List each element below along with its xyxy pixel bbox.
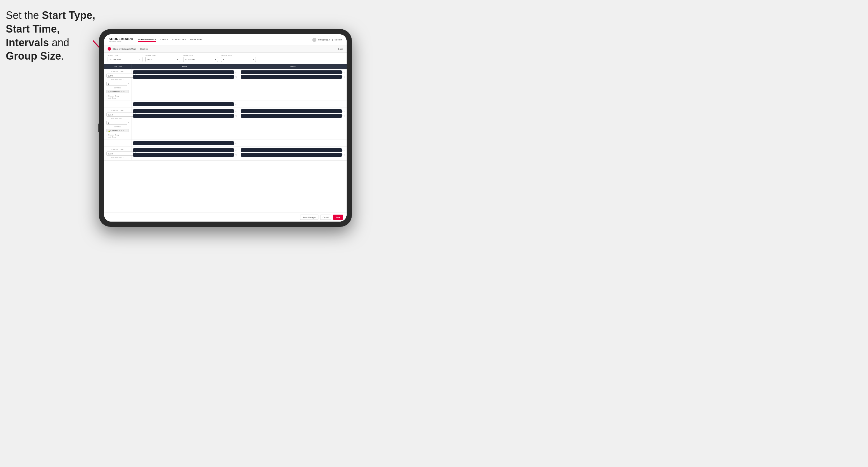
player-btns-2a-2: × ○	[235, 115, 237, 117]
logo-text: SCOREBOARD	[109, 37, 133, 41]
player-x-2a-1[interactable]: ×	[235, 110, 236, 112]
start-type-label: Start Type	[107, 54, 143, 56]
nav-tournaments[interactable]: TOURNAMENTS	[138, 37, 156, 42]
player-o-3b-1[interactable]: ○	[344, 149, 345, 151]
logo-sub: Powered by clipp.io	[109, 41, 133, 42]
add-group-btn-1[interactable]: Add Group	[106, 97, 129, 99]
user-email: blair@clipp.io	[318, 39, 330, 41]
player-x-3a-2[interactable]: ×	[235, 154, 236, 156]
player-o-2a-2[interactable]: ○	[236, 115, 237, 117]
starting-hole-label-2: STARTING HOLE:	[106, 118, 129, 120]
starting-hole-select-1[interactable]: 1	[106, 82, 127, 86]
player-o-2b-2[interactable]: ○	[344, 115, 345, 117]
player-edit-icon-1-1[interactable]: ○	[236, 71, 237, 73]
player-input-2a-2[interactable]	[133, 114, 234, 118]
starting-hole-row-2: 1 ▾	[106, 121, 129, 125]
remove-group-btn-2[interactable]: Remove Group	[106, 134, 129, 136]
player-o-3a-2[interactable]: ○	[236, 154, 237, 156]
instruction-line3-normal: and	[49, 37, 69, 49]
player-input-2-2[interactable]	[241, 75, 342, 79]
tournament-name[interactable]: Clipp Invitational (Mar)	[113, 48, 136, 50]
player-input-1-2[interactable]	[133, 75, 234, 79]
player-input-3b-1[interactable]	[241, 148, 342, 152]
sign-out-link[interactable]: Sign out	[334, 39, 342, 41]
team2-empty-col-2	[239, 140, 347, 147]
player-x-icon-2-2[interactable]: ×	[342, 76, 343, 78]
start-type-select[interactable]: 1st Tee Start Shotgun Start	[107, 57, 143, 62]
starting-time-input-1[interactable]	[106, 73, 134, 77]
nav-separator: |	[332, 39, 333, 41]
tablet-device: SCOREBOARD Powered by clipp.io TOURNAMEN…	[99, 29, 352, 227]
player-o-2a-1[interactable]: ○	[236, 110, 237, 112]
player-row-extra-2: × ○	[133, 141, 237, 145]
cancel-button[interactable]: Cancel	[320, 215, 331, 220]
player-x-2b-1[interactable]: ×	[342, 110, 343, 112]
player-edit-icon-1-2[interactable]: ○	[236, 76, 237, 78]
course-edit-icon-2[interactable]: ✎	[123, 129, 124, 132]
player-input-2b-2[interactable]	[241, 114, 342, 118]
tee-actions-2: Remove Group Add Group	[106, 134, 129, 138]
player-o-extra-2[interactable]: ○	[236, 142, 237, 144]
back-button[interactable]: Back	[336, 48, 343, 50]
player-x-icon-extra[interactable]: ×	[235, 103, 236, 105]
instruction-line1-normal: Set the	[6, 9, 42, 21]
course-tag-x-2[interactable]: ×	[121, 130, 122, 132]
player-x-icon-2-1[interactable]: ×	[342, 71, 343, 73]
player-input-2b-1[interactable]	[241, 109, 342, 113]
reset-changes-button[interactable]: Reset Changes	[300, 215, 318, 220]
starting-time-input-row-2: 🕐	[106, 113, 129, 117]
player-x-extra-2[interactable]: ×	[235, 142, 236, 144]
intervals-group: Intervals 5 Minutes 10 Minutes 15 Minute…	[183, 54, 218, 62]
team1-extra-col-2: × ○	[131, 140, 239, 147]
nav-rankings[interactable]: RANKINGS	[190, 37, 203, 42]
player-input-extra[interactable]	[133, 102, 234, 106]
player-edit-icon-2-1[interactable]: ○	[344, 71, 345, 73]
save-button[interactable]: Save	[333, 215, 343, 220]
add-group-btn-2[interactable]: Add Group	[106, 136, 129, 138]
starting-hole-select-2[interactable]: 1	[106, 121, 127, 125]
player-o-2b-1[interactable]: ○	[344, 110, 345, 112]
start-time-label: Start Time	[145, 54, 180, 56]
course-edit-icon-1[interactable]: ✎	[123, 90, 125, 93]
player-x-3b-1[interactable]: ×	[342, 149, 343, 151]
player-o-3b-2[interactable]: ○	[344, 154, 345, 156]
player-x-icon-1-2[interactable]: ×	[235, 76, 236, 78]
nav-teams[interactable]: TEAMS	[160, 37, 168, 42]
starting-hole-label-3: STARTING HOLE:	[106, 157, 129, 158]
th-tee-time: Tee Time	[104, 64, 131, 69]
course-tag-x-1[interactable]: ×	[121, 91, 122, 93]
player-input-3b-2[interactable]	[241, 153, 342, 157]
player-x-2b-2[interactable]: ×	[342, 115, 343, 117]
player-x-icon-1-1[interactable]: ×	[235, 71, 236, 73]
player-input-2-1[interactable]	[241, 70, 342, 74]
player-x-3b-2[interactable]: ×	[342, 154, 343, 156]
player-edit-icon-2-2[interactable]: ○	[344, 76, 345, 78]
table-row-2-extra: × ○	[104, 140, 347, 147]
table-scroll-area[interactable]: STARTING TIME: 🕐 STARTING HOLE: 1 ▾ COUR…	[104, 69, 347, 213]
instruction-text: Set the Start Type, Start Time, Interval…	[6, 9, 96, 63]
starting-time-input-3[interactable]	[106, 152, 134, 156]
nav-committee[interactable]: COMMITTEE	[172, 37, 186, 42]
remove-group-btn-1[interactable]: Remove Group	[106, 95, 129, 97]
player-x-3a-1[interactable]: ×	[235, 149, 236, 151]
team2-col-1: × ○ × ○	[239, 69, 347, 101]
player-input-extra-2[interactable]	[133, 141, 234, 145]
intervals-label: Intervals	[183, 54, 218, 56]
start-time-input[interactable]	[145, 57, 180, 62]
instruction-line3-bold: Intervals	[6, 37, 49, 49]
logo-area: SCOREBOARD Powered by clipp.io	[109, 37, 133, 42]
course-tag-1: (A) Peachtree GC × ✎	[106, 90, 129, 93]
tee-actions-1: Remove Group Add Group	[106, 95, 129, 99]
player-x-2a-2[interactable]: ×	[235, 115, 236, 117]
player-input-1-1[interactable]	[133, 70, 234, 74]
intervals-select[interactable]: 5 Minutes 10 Minutes 15 Minutes 20 Minut…	[183, 57, 218, 62]
player-input-3a-1[interactable]	[133, 148, 234, 152]
player-o-3a-1[interactable]: ○	[236, 149, 237, 151]
player-input-2a-1[interactable]	[133, 109, 234, 113]
start-time-group: Start Time	[145, 54, 180, 62]
group-size-select[interactable]: 2 3 4	[221, 57, 256, 62]
team2-col-2: × ○ × ○	[239, 108, 347, 139]
starting-time-input-2[interactable]	[106, 113, 134, 117]
player-edit-icon-extra[interactable]: ○	[236, 103, 237, 105]
player-input-3a-2[interactable]	[133, 153, 234, 157]
